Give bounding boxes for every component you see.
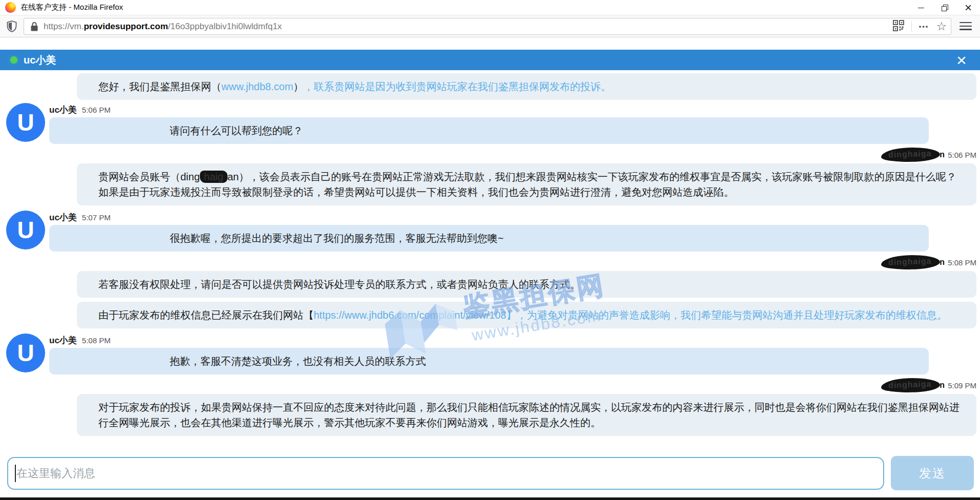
- window-controls: ×: [909, 0, 980, 15]
- agent-message: 请问有什么可以帮到您的呢？: [49, 117, 929, 144]
- restore-icon: [942, 5, 948, 11]
- message-input[interactable]: [7, 457, 884, 490]
- titlebar: 在线客户支持 - Mozilla Firefox ×: [0, 0, 980, 15]
- close-window-icon: ×: [965, 2, 972, 14]
- url-text: https://vm.providesupport.com/16o3ppbyal…: [44, 22, 282, 32]
- tracking-protection-icon[interactable]: [7, 20, 17, 34]
- url-domain: providesupport.com: [84, 22, 168, 31]
- message-time: 5:08 PM: [948, 258, 976, 267]
- visitor-message: 由于玩家发布的维权信息已经展示在我们网站【https://www.jhdb6.c…: [77, 302, 976, 328]
- online-status-icon: [10, 56, 17, 64]
- bookmark-star-icon[interactable]: ☆: [936, 20, 947, 32]
- redacted-name: dinghaiga: [881, 147, 940, 163]
- text-caret: [15, 465, 16, 482]
- hamburger-menu-icon[interactable]: [959, 22, 972, 30]
- message-link[interactable]: www.jhdb8.com: [221, 81, 293, 92]
- message-link[interactable]: https://www.jhdb6.com/complaint/view/108…: [314, 309, 947, 321]
- message-time: 5:07 PM: [82, 213, 111, 222]
- visitor-name-tail: n: [940, 258, 945, 267]
- visitor-name-tail: n: [940, 381, 945, 390]
- message-time: 5:06 PM: [82, 106, 111, 114]
- message-text: 您好，我们是鉴黑担保网（: [98, 81, 221, 92]
- redacted-name: dinghaiga: [881, 254, 940, 270]
- message-text: ，联系贵网站是因为收到贵网站玩家在我们鉴黑担保网发布的投诉。: [303, 81, 611, 92]
- visitor-name-tail: n: [940, 150, 945, 159]
- visitor-meta: dinghaigan 5:06 PM: [0, 148, 980, 161]
- qr-code-icon[interactable]: [893, 20, 904, 33]
- message-text: an），该会员表示自己的账号在贵网站正常游戏无法取款，我们想来跟贵网站核实一下该…: [98, 171, 956, 198]
- agent-message-group: U uc小美 5:07 PM 很抱歉喔，您所提出的要求超出了我们的服务范围，客服…: [0, 212, 980, 252]
- browser-window: 在线客户支持 - Mozilla Firefox ×: [0, 0, 980, 500]
- window-border-bottom: [0, 497, 980, 500]
- agent-name: uc小美: [49, 212, 77, 223]
- url-path: /16o3ppbyalbiv1hi0lwldmfq1x: [168, 22, 282, 31]
- message-time: 5:08 PM: [82, 336, 111, 345]
- firefox-icon: [5, 2, 16, 13]
- urlbar-separator: [911, 21, 912, 32]
- visitor-message: 您好，我们是鉴黑担保网（www.jhdb8.com），联系贵网站是因为收到贵网站…: [77, 73, 976, 100]
- visitor-meta: dinghaigan 5:08 PM: [0, 256, 980, 269]
- chat-header: uc小美 ×: [0, 50, 980, 70]
- send-button[interactable]: 发送: [891, 456, 974, 490]
- message-text: ）: [293, 81, 303, 92]
- visitor-meta: dinghaigan 5:09 PM: [0, 379, 980, 392]
- message-time: 5:06 PM: [948, 151, 976, 159]
- message-text: 由于玩家发布的维权信息已经展示在我们网站【: [98, 309, 314, 321]
- page-actions-icon[interactable]: •••: [919, 23, 929, 30]
- visitor-message: 对于玩家发布的投诉，如果贵网站保持一直不回应的态度来对待此问题，那么我们只能相信…: [77, 394, 976, 436]
- agent-message: 抱歉，客服不清楚这项业务，也没有相关人员的联系方式: [49, 348, 929, 374]
- redacted-text: haig: [200, 171, 228, 183]
- restore-button[interactable]: [933, 0, 956, 15]
- url-bar[interactable]: https://vm.providesupport.com/16o3ppbyal…: [24, 18, 951, 35]
- agent-message: 很抱歉喔，您所提出的要求超出了我们的服务范围，客服无法帮助到您噢~: [49, 225, 929, 252]
- visitor-message: 若客服没有权限处理，请问是否可以提供贵网站投诉处理专员的联系方式，或者贵网站负责…: [77, 271, 976, 298]
- chat-agent-name: uc小美: [24, 53, 56, 67]
- lock-icon: [30, 22, 38, 32]
- agent-message-group: U uc小美 5:08 PM 抱歉，客服不清楚这项业务，也没有相关人员的联系方式: [0, 335, 980, 374]
- url-scheme: https://vm.: [44, 22, 84, 31]
- close-window-button[interactable]: ×: [956, 0, 980, 15]
- agent-name: uc小美: [49, 104, 77, 116]
- message-text: 贵网站会员账号（ding: [98, 171, 200, 182]
- redacted-name: dinghaiga: [881, 377, 940, 393]
- agent-meta: uc小美 5:08 PM: [49, 335, 980, 346]
- window-title: 在线客户支持 - Mozilla Firefox: [21, 3, 123, 12]
- minimize-button[interactable]: [909, 0, 933, 15]
- message-time: 5:09 PM: [948, 381, 976, 390]
- agent-avatar: U: [6, 334, 45, 372]
- agent-name: uc小美: [49, 335, 77, 346]
- agent-meta: uc小美 5:07 PM: [49, 212, 980, 223]
- chat-close-button[interactable]: ×: [950, 50, 973, 70]
- composer: 发送: [0, 456, 980, 490]
- agent-message-group: U uc小美 5:06 PM 请问有什么可以帮到您的呢？: [0, 104, 980, 144]
- browser-toolbar: https://vm.providesupport.com/16o3ppbyal…: [0, 15, 980, 37]
- agent-avatar: U: [6, 103, 45, 142]
- minimize-icon: [918, 8, 924, 8]
- agent-avatar: U: [6, 211, 45, 249]
- agent-meta: uc小美 5:06 PM: [49, 104, 980, 115]
- visitor-message: 贵网站会员账号（dinghaigan），该会员表示自己的账号在贵网站正常游戏无法…: [77, 163, 976, 205]
- message-list[interactable]: 鉴黑担保网 www.jhdb8.com 您好，我们是鉴黑担保网（www.jhdb…: [0, 70, 980, 455]
- urlbar-actions: ••• ☆: [893, 18, 947, 34]
